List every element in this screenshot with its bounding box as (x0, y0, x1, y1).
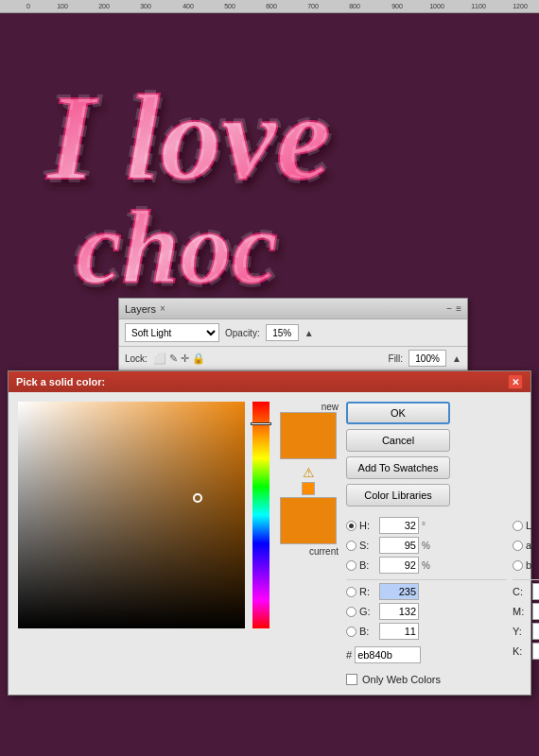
b3-radio[interactable] (513, 560, 523, 571)
color-picker-title: Pick a solid color: (16, 376, 105, 387)
k-field-row: K: % (513, 643, 539, 660)
ruler-top: 0 100 200 300 400 500 600 700 800 900 10… (0, 0, 539, 13)
l-radio[interactable] (513, 521, 523, 531)
k-input[interactable] (532, 643, 539, 660)
g-input[interactable] (379, 603, 419, 620)
c-field-row: C: % (513, 583, 539, 600)
b-field-row: B: % (346, 557, 507, 574)
canvas-artwork: I love choc I love choc (0, 27, 539, 301)
fields-divider-1 (346, 579, 507, 580)
hue-slider-marker (251, 422, 271, 425)
a-label: a: (526, 540, 539, 551)
color-picker-buttons: OK Cancel Add To Swatches Color Librarie… (346, 402, 539, 507)
only-web-colors-row: Only Web Colors (346, 674, 539, 685)
y-label: Y: (513, 626, 530, 637)
lock-move-icon[interactable]: ✛ (181, 352, 189, 365)
cancel-button[interactable]: Cancel (346, 429, 450, 452)
layers-blend-row: Soft Light Opacity: ▲ (119, 319, 467, 347)
fill-input[interactable] (409, 350, 446, 367)
c-label: C: (513, 586, 530, 597)
g-radio[interactable] (346, 607, 356, 617)
hue-slider[interactable] (252, 402, 270, 628)
l-field-row: L: (513, 517, 539, 534)
add-to-swatches-button[interactable]: Add To Swatches (346, 456, 450, 479)
b2-input[interactable] (379, 623, 419, 640)
lock-label: Lock: (125, 353, 148, 364)
l-label: L: (526, 520, 539, 531)
lock-icons-group: ⬜ ✎ ✛ 🔒 (153, 352, 205, 365)
b-label: B: (359, 559, 376, 571)
s-radio[interactable] (346, 541, 356, 551)
layers-close-button[interactable]: × (160, 303, 165, 314)
g-label: G: (359, 606, 376, 617)
lock-all-icon[interactable]: 🔒 (192, 352, 205, 365)
new-color-swatch[interactable] (280, 412, 337, 459)
hex-input[interactable] (355, 646, 421, 663)
blend-mode-select[interactable]: Soft Light (125, 323, 219, 342)
layers-panel-title: Layers (125, 303, 156, 315)
s-input[interactable] (379, 537, 419, 554)
layers-panel: Layers × − ≡ Soft Light Opacity: ▲ Lock:… (118, 298, 468, 371)
gradient-dark-overlay (18, 402, 245, 628)
r-field-row: R: (346, 583, 507, 600)
opacity-input[interactable] (266, 324, 299, 341)
svg-text:I love: I love (45, 69, 331, 205)
a-radio[interactable] (513, 541, 523, 551)
r-radio[interactable] (346, 587, 356, 597)
color-libraries-button[interactable]: Color Libraries (346, 484, 450, 507)
color-picker-titlebar: Pick a solid color: ✕ (9, 371, 530, 392)
h-label: H: (359, 520, 376, 531)
h-radio[interactable] (346, 521, 356, 531)
opacity-label: Opacity: (225, 328, 260, 338)
current-color-swatch[interactable] (280, 497, 337, 544)
hex-field-row: # (346, 646, 507, 663)
layers-minimize-button[interactable]: − (446, 303, 452, 314)
layers-menu-button[interactable]: ≡ (456, 303, 461, 314)
warning-triangle-icon: ⚠ (303, 465, 315, 480)
fields-divider-2 (513, 579, 539, 580)
h-input[interactable] (379, 517, 419, 534)
h-unit: ° (422, 521, 431, 531)
layers-titlebar: Layers × − ≡ (119, 299, 467, 319)
only-web-colors-label: Only Web Colors (362, 674, 441, 685)
color-picker-dialog: Pick a solid color: ✕ new ⚠ current (8, 370, 531, 696)
b-input[interactable] (379, 557, 419, 574)
warning-swatch[interactable] (302, 482, 315, 495)
color-gradient-square[interactable] (18, 402, 245, 628)
color-picker-right: OK Cancel Add To Swatches Color Librarie… (346, 402, 539, 685)
lock-pixels-icon[interactable]: ⬜ (153, 352, 166, 365)
b2-radio[interactable] (346, 627, 356, 637)
only-web-colors-checkbox[interactable] (346, 674, 357, 685)
m-field-row: M: % (513, 603, 539, 620)
b3-label: b: (526, 559, 539, 571)
r-input[interactable] (379, 583, 419, 600)
y-input[interactable] (532, 623, 539, 640)
color-fields-section: H: ° S: % B: % (346, 517, 539, 663)
current-swatch-label: current (277, 546, 339, 557)
fill-label: Fill: (389, 353, 404, 364)
new-swatch-label: new (277, 402, 339, 412)
s-field-row: S: % (346, 537, 507, 554)
m-input[interactable] (532, 603, 539, 620)
hue-slider-container[interactable] (252, 402, 270, 628)
a-field-row: a: (513, 537, 539, 554)
k-label: K: (513, 645, 530, 657)
b2-field-row: B: (346, 623, 507, 640)
layers-fill-row: Lock: ⬜ ✎ ✛ 🔒 Fill: ▲ (119, 347, 467, 370)
fill-stepper[interactable]: ▲ (452, 353, 461, 364)
color-picker-body: new ⚠ current OK Cancel Add To Swatches … (9, 392, 530, 695)
color-picker-close-button[interactable]: ✕ (508, 374, 523, 389)
m-label: M: (513, 606, 530, 617)
b3-field-row: b: (513, 557, 539, 574)
opacity-stepper[interactable]: ▲ (304, 328, 314, 338)
b-radio[interactable] (346, 560, 356, 571)
hex-hash: # (346, 649, 352, 661)
layers-panel-controls: − ≡ (446, 303, 461, 314)
h-field-row: H: ° (346, 517, 507, 534)
swatches-area: new ⚠ current (277, 402, 339, 685)
layers-title-section: Layers × (125, 303, 165, 315)
r-label: R: (359, 586, 376, 597)
c-input[interactable] (532, 583, 539, 600)
ok-button[interactable]: OK (346, 402, 450, 424)
lock-position-icon[interactable]: ✎ (169, 352, 178, 365)
